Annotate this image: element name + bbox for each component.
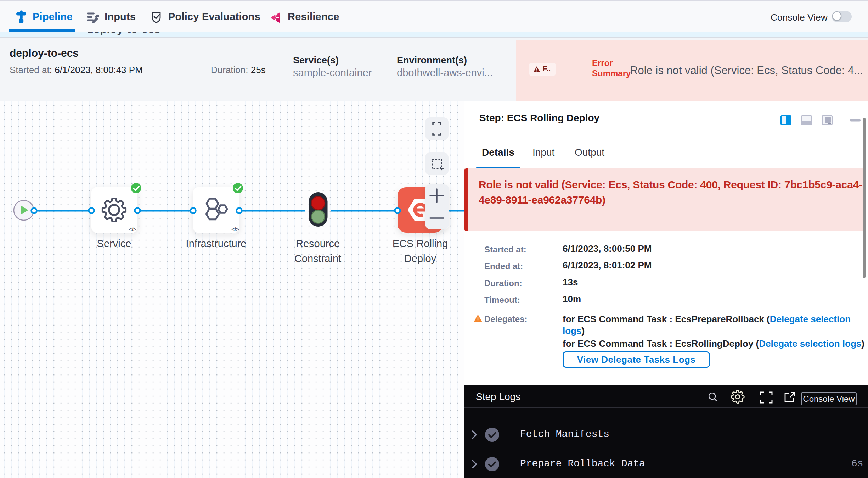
svg-text:Service: Service xyxy=(97,238,131,249)
svg-text:ECS Rolling: ECS Rolling xyxy=(393,238,448,249)
svg-text:Deploy: Deploy xyxy=(404,253,436,264)
svg-text:Infrastructure: Infrastructure xyxy=(186,238,247,249)
svg-text:</>: </> xyxy=(231,226,239,232)
svg-text:Constraint: Constraint xyxy=(294,253,341,264)
svg-text:Resource: Resource xyxy=(296,238,340,249)
svg-text:</>: </> xyxy=(129,226,136,232)
